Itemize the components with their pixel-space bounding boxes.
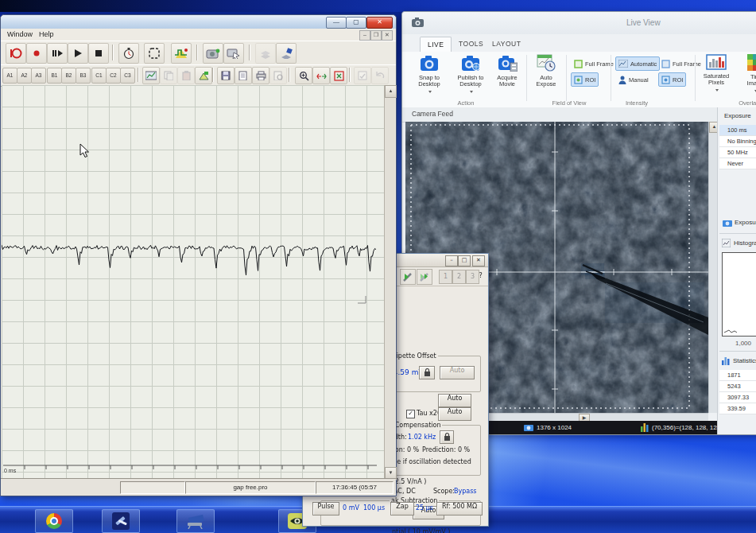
- tab-live[interactable]: LIVE: [420, 37, 452, 53]
- export-plot-button[interactable]: [142, 67, 160, 84]
- exposure-row[interactable]: Never: [719, 158, 756, 169]
- capture-button[interactable]: [203, 43, 223, 64]
- menu-help[interactable]: Help: [36, 30, 57, 38]
- zoom-in-button[interactable]: [295, 67, 312, 84]
- analyze-button[interactable]: [354, 67, 371, 84]
- pulse-button[interactable]: Pulse: [312, 502, 339, 515]
- printer-icon: [255, 71, 266, 80]
- intensity-roi-button[interactable]: ROI: [658, 72, 686, 87]
- bandwidth-lock-button[interactable]: [440, 430, 454, 444]
- menu-window[interactable]: Window: [4, 30, 36, 38]
- channel-2-button[interactable]: 2: [452, 270, 466, 284]
- check-plot-icon: [358, 71, 367, 80]
- stop-icon: [92, 47, 105, 60]
- publish-to-desktop-button[interactable]: Publish to Desktop: [452, 54, 490, 99]
- toolbar-separator: [138, 68, 139, 82]
- scroll-up-button[interactable]: ▲: [385, 85, 397, 98]
- wand-button[interactable]: [276, 43, 297, 64]
- toolbar-signals: A1 A2 A3 B1 B2 B3 C1 C2 C3: [1, 64, 396, 87]
- print-preview-button[interactable]: [269, 67, 287, 84]
- camera-small-icon: [524, 424, 533, 431]
- taskbar-item-chrome[interactable]: [35, 509, 73, 533]
- minimize-button[interactable]: –: [445, 255, 458, 266]
- acquire-movie-button[interactable]: Acquire Movie: [491, 54, 523, 99]
- electrode-1-icon[interactable]: [400, 269, 416, 285]
- minimize-button[interactable]: —: [326, 17, 347, 29]
- signal-c1-button[interactable]: C1: [91, 68, 107, 84]
- hand-tool-button[interactable]: [223, 43, 244, 64]
- clampex-window: — ▢ ✕ Window Help – ❐ ✕: [0, 14, 397, 496]
- bandwidth-value: 1.02 kHz: [408, 434, 436, 441]
- copy-button[interactable]: [160, 67, 177, 84]
- record-button[interactable]: [26, 43, 47, 64]
- exposure-button[interactable]: Exposure: [718, 217, 756, 228]
- undo-button[interactable]: [371, 67, 389, 84]
- zoom-x-button[interactable]: [312, 67, 330, 84]
- stop-button[interactable]: [88, 43, 109, 64]
- tint-image-button[interactable]: Tint Image: [739, 54, 756, 99]
- taskbar-item-projector[interactable]: [176, 509, 215, 533]
- signal-c3-button[interactable]: C3: [120, 68, 135, 84]
- signal-a3-button[interactable]: A3: [31, 68, 46, 84]
- membrane-test-icon: [174, 47, 188, 60]
- intensity-manual-button[interactable]: Manual: [615, 72, 652, 87]
- save-button[interactable]: [217, 67, 235, 84]
- maximize-button[interactable]: □: [458, 255, 471, 266]
- maximize-button[interactable]: ▢: [346, 17, 366, 29]
- exposure-row[interactable]: No Binning: [719, 136, 756, 147]
- step-button[interactable]: [47, 43, 68, 64]
- timer-button[interactable]: [118, 43, 139, 64]
- exposure-section-header[interactable]: Exposure: [718, 111, 756, 122]
- close-button[interactable]: ✕: [472, 255, 485, 266]
- trace-plot-area[interactable]: 0 ms: [2, 85, 384, 478]
- arm-record-button[interactable]: [6, 43, 26, 64]
- mdi-restore-button[interactable]: ❐: [370, 30, 382, 41]
- mdi-close-button[interactable]: ✕: [382, 30, 393, 41]
- signal-b3-button[interactable]: B3: [76, 68, 91, 84]
- live-view-titlebar[interactable]: Live View: [402, 12, 756, 34]
- repeat-button[interactable]: [144, 43, 165, 64]
- channel-1-button[interactable]: 1: [439, 270, 452, 284]
- cp-fast-auto-button[interactable]: Auto: [438, 394, 471, 407]
- zoom-full-button[interactable]: [330, 67, 347, 84]
- signal-a1-button[interactable]: A1: [2, 68, 17, 84]
- intensity-automatic-button[interactable]: Automatic: [615, 56, 660, 71]
- pipette-offset-lock-button[interactable]: [419, 366, 435, 379]
- group-label-intensity: Intensity: [597, 99, 677, 107]
- help-button[interactable]: ?: [475, 270, 487, 282]
- pipette-offset-auto-button[interactable]: Auto: [440, 366, 475, 379]
- tau-auto-button[interactable]: Auto: [438, 407, 471, 421]
- electrode-2-icon[interactable]: [417, 269, 432, 285]
- mdi-minimize-button[interactable]: –: [359, 30, 370, 41]
- snap-to-desktop-button[interactable]: Snap to Desktop: [410, 54, 448, 99]
- stack-button[interactable]: [255, 43, 276, 64]
- signal-b2-button[interactable]: B2: [61, 68, 76, 84]
- tau-checkbox[interactable]: ✓: [406, 410, 415, 418]
- notes-button[interactable]: [235, 67, 252, 84]
- close-button[interactable]: ✕: [366, 17, 393, 29]
- statistics-section-header[interactable]: Statistics (ROI): [718, 356, 756, 367]
- membrane-test-button[interactable]: [171, 43, 192, 64]
- auto-expose-button[interactable]: Auto Expose: [529, 54, 563, 99]
- signal-a2-button[interactable]: A2: [17, 68, 32, 84]
- print-button[interactable]: [252, 67, 269, 84]
- toolbar-transport: [1, 41, 396, 66]
- clampex-titlebar[interactable]: — ▢ ✕: [1, 15, 396, 29]
- taskbar-item-utility[interactable]: [102, 509, 140, 533]
- signal-c2-button[interactable]: C2: [106, 68, 121, 84]
- camera-feed-label: Camera Feed: [412, 110, 453, 118]
- exposure-row[interactable]: 100 ms: [719, 125, 756, 136]
- tab-layout[interactable]: LAYOUT: [485, 37, 528, 52]
- paste-button[interactable]: [177, 67, 195, 84]
- histogram-section-header[interactable]: Histogram: [718, 238, 756, 249]
- ribbon-divider: [566, 55, 567, 101]
- fov-roi-button[interactable]: ROI: [571, 72, 599, 87]
- signal-b1-button[interactable]: B1: [47, 68, 62, 84]
- exposure-row[interactable]: 50 MHz: [719, 147, 756, 158]
- play-button[interactable]: [68, 43, 88, 64]
- plot-vertical-scrollbar[interactable]: ▲ ▼: [384, 85, 395, 478]
- zap-button[interactable]: Zap: [390, 502, 414, 515]
- rf-selector[interactable]: Rf: 500 MΩ: [436, 502, 483, 515]
- saturated-pixels-button[interactable]: Saturated Pixels: [698, 54, 735, 99]
- notebook-button[interactable]: [195, 67, 212, 84]
